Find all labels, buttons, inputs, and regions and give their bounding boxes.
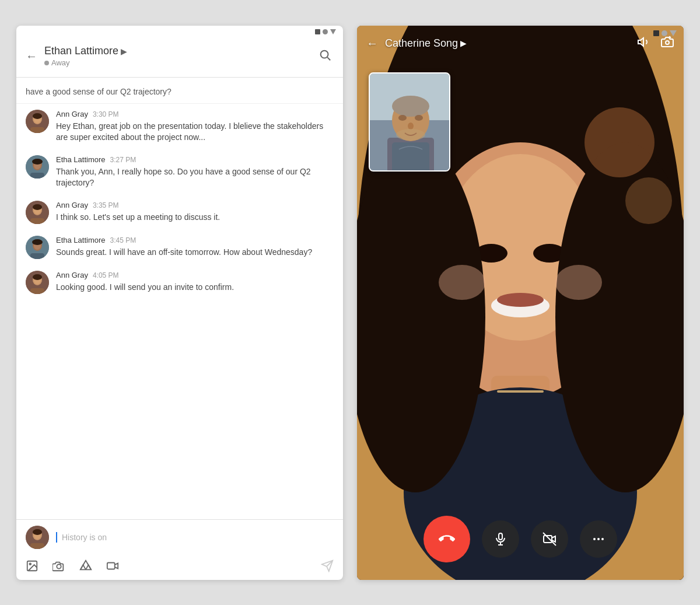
svg-rect-16 xyxy=(30,218,44,224)
svg-rect-6 xyxy=(30,127,44,133)
message-text: Looking good. I will send you an invite … xyxy=(56,282,334,293)
svg-point-60 xyxy=(398,115,407,121)
etha-lattimore-avatar xyxy=(26,155,49,179)
message-text: Sounds great. I will have an off-site to… xyxy=(56,247,334,258)
svg-marker-65 xyxy=(638,38,643,46)
video-header: ← Catherine Song ▶ xyxy=(357,26,684,61)
avatar xyxy=(26,155,49,179)
video-controls xyxy=(357,516,684,562)
video-button[interactable] xyxy=(106,559,119,575)
message-item: Etha Lattimore 3:45 PM Sounds great. I w… xyxy=(16,230,343,265)
message-sender: Etha Lattimore xyxy=(56,155,106,164)
mute-button[interactable] xyxy=(482,520,519,558)
chat-status: Away xyxy=(44,58,316,67)
send-icon xyxy=(321,559,334,572)
svg-point-53 xyxy=(439,265,485,300)
video-off-button[interactable] xyxy=(531,520,568,558)
input-user-avatar xyxy=(26,526,49,549)
message-sender: Ann Gray xyxy=(56,110,88,118)
svg-point-20 xyxy=(32,239,43,245)
history-row: History is on xyxy=(16,519,343,555)
end-call-button[interactable] xyxy=(424,516,470,562)
message-text: I think so. Let's set up a meeting to di… xyxy=(56,212,334,223)
camera-button[interactable] xyxy=(52,559,65,575)
camera-icon xyxy=(52,559,65,572)
message-sender: Ann Gray xyxy=(56,271,88,279)
svg-point-15 xyxy=(33,204,42,210)
video-panel: ← Catherine Song ▶ xyxy=(357,26,684,580)
svg-rect-67 xyxy=(499,533,502,540)
message-meta: Etha Lattimore 3:45 PM xyxy=(56,236,334,244)
ann-gray-avatar xyxy=(26,110,49,133)
image-attach-button[interactable] xyxy=(26,559,38,575)
svg-point-45 xyxy=(497,293,544,307)
search-button[interactable] xyxy=(316,46,334,67)
svg-point-63 xyxy=(396,129,425,141)
self-view-thumbnail xyxy=(369,72,450,172)
flip-camera-icon xyxy=(660,35,674,49)
message-time: 3:45 PM xyxy=(110,236,136,244)
svg-point-51 xyxy=(584,107,654,177)
message-input[interactable]: History is on xyxy=(56,532,334,543)
video-header-icons xyxy=(637,35,674,52)
microphone-icon xyxy=(494,532,508,546)
svg-point-52 xyxy=(625,177,672,224)
video-off-icon xyxy=(542,532,556,546)
svg-point-66 xyxy=(666,41,669,44)
message-time: 3:30 PM xyxy=(93,110,119,118)
svg-point-30 xyxy=(33,529,42,535)
message-meta: Ann Gray 3:35 PM xyxy=(56,201,334,209)
message-time: 3:27 PM xyxy=(110,156,136,164)
battery-icon xyxy=(670,30,677,36)
speaker-button[interactable] xyxy=(637,35,651,52)
chat-status-bar xyxy=(16,26,343,36)
input-avatar xyxy=(26,526,49,549)
image-icon xyxy=(26,559,38,572)
svg-point-33 xyxy=(29,563,31,565)
chat-contact-name[interactable]: Ethan Lattimore ▶ xyxy=(44,45,316,57)
svg-point-54 xyxy=(555,265,602,300)
more-options-button[interactable] xyxy=(580,520,617,558)
message-time: 4:05 PM xyxy=(93,271,119,279)
video-status-bar xyxy=(653,30,677,36)
chat-messages: have a good sense of our Q2 trajectory? … xyxy=(16,78,343,519)
message-content: Ann Gray 3:30 PM Hey Ethan, great job on… xyxy=(56,110,334,144)
message-sender: Etha Lattimore xyxy=(56,236,106,244)
battery-icon xyxy=(330,29,336,34)
search-icon xyxy=(318,48,331,61)
svg-point-73 xyxy=(597,538,600,540)
app-container: ← Ethan Lattimore ▶ Away xyxy=(16,26,684,580)
message-sender: Ann Gray xyxy=(56,201,88,209)
message-item: Etha Lattimore 3:27 PM Thank you, Ann, I… xyxy=(16,149,343,195)
status-dot-icon xyxy=(44,61,49,65)
message-item: Ann Gray 3:35 PM I think so. Let's set u… xyxy=(16,195,343,230)
more-dots-icon xyxy=(592,532,606,546)
wifi-icon xyxy=(323,29,328,34)
send-button[interactable] xyxy=(321,559,334,575)
svg-rect-50 xyxy=(497,390,544,393)
expand-arrow-icon: ▶ xyxy=(460,39,467,48)
chat-header-info: Ethan Lattimore ▶ Away xyxy=(44,45,316,67)
flip-camera-button[interactable] xyxy=(660,35,674,52)
message-content: Etha Lattimore 3:45 PM Sounds great. I w… xyxy=(56,236,334,258)
svg-rect-26 xyxy=(30,288,44,294)
message-item: Ann Gray 4:05 PM Looking good. I will se… xyxy=(16,265,343,300)
signal-icon xyxy=(653,30,659,36)
svg-rect-35 xyxy=(107,562,115,569)
message-content: Ann Gray 3:35 PM I think so. Let's set u… xyxy=(56,201,334,223)
wifi-icon xyxy=(662,30,667,36)
video-back-button[interactable]: ← xyxy=(366,37,378,50)
ann-gray-avatar-3 xyxy=(26,271,49,294)
svg-point-25 xyxy=(33,274,42,280)
video-contact-name[interactable]: Catherine Song ▶ xyxy=(385,37,637,50)
self-view-feed xyxy=(370,74,450,172)
chat-header: ← Ethan Lattimore ▶ Away xyxy=(16,36,343,78)
message-meta: Ann Gray 3:30 PM xyxy=(56,110,334,118)
message-time: 3:35 PM xyxy=(93,201,119,209)
speaker-icon xyxy=(637,35,651,49)
back-button[interactable]: ← xyxy=(26,50,37,63)
svg-point-61 xyxy=(415,115,423,121)
avatar xyxy=(26,271,49,294)
avatar xyxy=(26,110,49,133)
drive-button[interactable] xyxy=(79,559,92,575)
